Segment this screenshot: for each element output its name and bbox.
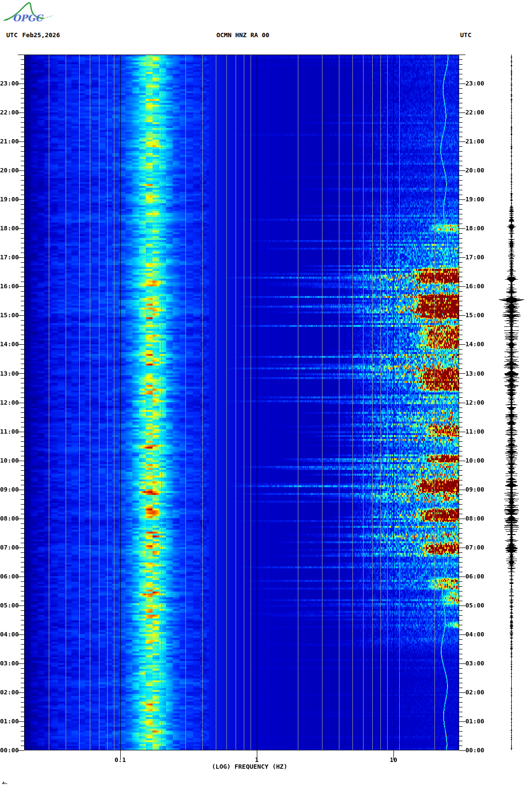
hour-label-left: 21:00 [0,138,18,144]
hour-label-right: 19:00 [465,196,484,202]
hour-label-left: 19:00 [0,196,18,202]
hour-label-right: 13:00 [465,370,484,377]
seismogram-trace-canvas [480,55,532,750]
hour-label-left: 23:00 [0,80,18,86]
hour-label-left: 09:00 [0,486,18,493]
hour-label-right: 10:00 [465,457,484,464]
hour-label-left: 17:00 [0,254,18,260]
hour-label-right: 00:00 [465,747,484,753]
hour-label-left: 03:00 [0,660,18,666]
freq-tick-0.1: 0.1 [114,756,126,763]
hour-label-left: 22:00 [0,109,18,115]
freq-axis-label: (LOG) FREQUENCY (HZ) [212,763,288,770]
hour-label-left: 12:00 [0,399,18,406]
hour-label-left: 05:00 [0,602,18,608]
hour-label-right: 14:00 [465,341,484,347]
hour-label-left: 11:00 [0,428,18,435]
hour-label-right: 12:00 [465,399,484,406]
hour-label-right: 08:00 [465,515,484,521]
hour-label-right: 09:00 [465,486,484,493]
hour-label-right: 07:00 [465,544,484,550]
hour-label-right: 17:00 [465,254,484,260]
hour-label-left: 02:00 [0,689,18,695]
hour-label-left: 00:00 [0,747,18,753]
hour-label-right: 21:00 [465,138,484,144]
hour-label-left: 06:00 [0,573,18,579]
hour-label-left: 08:00 [0,515,18,521]
hour-label-right: 06:00 [465,573,484,579]
hour-label-left: 04:00 [0,631,18,637]
hour-label-right: 02:00 [465,689,484,695]
hour-label-right: 23:00 [465,80,484,86]
hour-label-right: 04:00 [465,631,484,637]
hour-label-right: 16:00 [465,283,484,289]
freq-tick-10: 10 [390,756,397,763]
hour-label-left: 18:00 [0,225,18,231]
spectrogram-figure: OPGC UTC Feb25,2026 OCMN HNZ RA 00 UTC 0… [0,0,532,789]
hour-label-right: 01:00 [465,718,484,724]
hour-label-right: 05:00 [465,602,484,608]
hour-label-left: 20:00 [0,167,18,173]
hour-label-left: 01:00 [0,718,18,724]
hour-label-right: 15:00 [465,312,484,318]
hour-label-left: 14:00 [0,341,18,347]
axis-ticks-canvas [0,0,532,789]
hour-label-right: 22:00 [465,109,484,115]
hour-label-left: 13:00 [0,370,18,377]
hour-label-left: 07:00 [0,544,18,550]
hour-label-right: 18:00 [465,225,484,231]
hour-label-right: 20:00 [465,167,484,173]
hour-label-left: 10:00 [0,457,18,464]
corner-squiggle-mark [1,780,8,785]
hour-label-left: 15:00 [0,312,18,318]
hour-label-right: 11:00 [465,428,484,435]
hour-label-left: 16:00 [0,283,18,289]
freq-tick-1: 1 [255,756,259,763]
hour-label-right: 03:00 [465,660,484,666]
